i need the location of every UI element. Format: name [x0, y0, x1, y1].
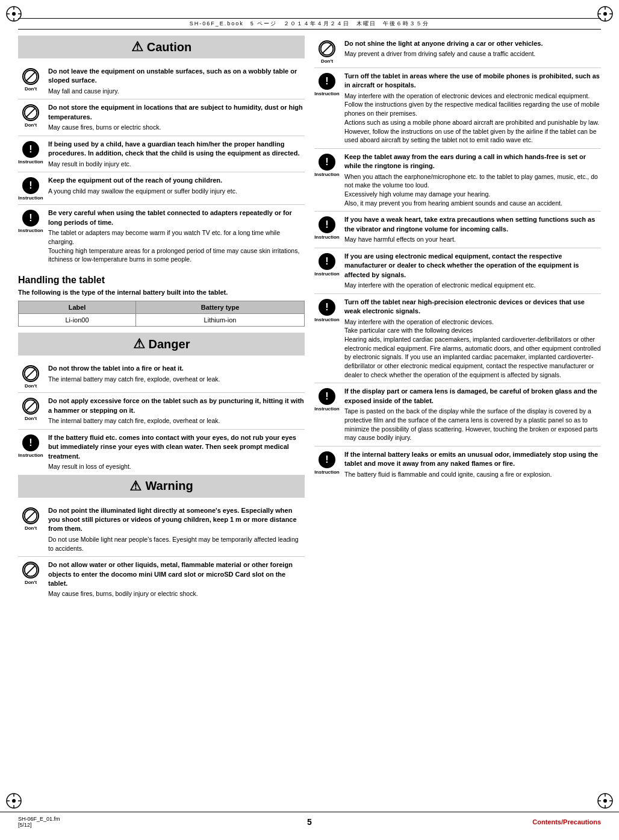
item-body: The battery fluid is flammable and could…: [344, 470, 601, 479]
item-title: If the display part or camera lens is da…: [344, 387, 601, 406]
icon-label: Instruction: [314, 469, 339, 475]
list-item: !InstructionIf you are using electronic …: [314, 248, 601, 294]
icon-column: !Instruction: [314, 215, 340, 240]
item-body: Do not use Mobile light near people's fa…: [48, 535, 305, 553]
icon-column: Don't: [18, 396, 43, 421]
svg-line-25: [26, 72, 35, 81]
left-column: ⚠ Caution Don'tDo not leave the equipmen…: [18, 36, 305, 602]
icon-column: Don't: [314, 39, 340, 64]
item-body: Tape is pasted on the back of the displa…: [344, 407, 601, 442]
icon-label: Don't: [25, 86, 37, 92]
icon-column: !Instruction: [18, 208, 43, 233]
danger-items-list: Don'tDo not throw the tablet into a fire…: [18, 360, 305, 474]
handling-section: Handling the tablet The following is the…: [18, 275, 305, 327]
svg-point-7: [603, 12, 607, 16]
item-title: Keep the tablet away from the ears durin…: [344, 152, 601, 171]
dont-icon: [22, 562, 39, 578]
icon-column: !Instruction: [314, 298, 340, 322]
svg-line-37: [322, 44, 331, 53]
bottom-left-text: SH-06F_E_01.fm[5/12]: [18, 816, 213, 828]
warning-warning-icon: ⚠: [129, 478, 142, 494]
icon-column: !Instruction: [314, 387, 340, 412]
item-content: Do not store the equipment in locations …: [48, 103, 305, 131]
icon-label: Instruction: [314, 271, 339, 277]
warning-title: Warning: [145, 479, 193, 493]
table-row: Lithium-ion: [136, 314, 305, 327]
item-title: Do not allow water or other liquids, met…: [48, 560, 305, 588]
instruction-icon: !: [22, 434, 39, 451]
item-content: If being used by a child, have a guardia…: [48, 140, 305, 168]
svg-line-33: [26, 511, 35, 520]
item-body: The tablet or adapters may become warm i…: [48, 228, 305, 264]
list-item: Don'tDo not apply excessive force on the…: [18, 393, 305, 429]
handling-desc: The following is the type of the interna…: [18, 288, 305, 297]
list-item: Don'tDo not allow water or other liquids…: [18, 557, 305, 602]
list-item: !InstructionIf being used by a child, ha…: [18, 136, 305, 172]
icon-column: !Instruction: [314, 450, 340, 475]
list-item: Don'tDo not leave the equipment on unsta…: [18, 63, 305, 99]
icon-label: Don't: [25, 416, 37, 421]
item-title: If you have a weak heart, take extra pre…: [344, 215, 601, 234]
list-item: !InstructionBe very careful when using t…: [18, 205, 305, 268]
item-body: May cause fires, burns or electric shock…: [48, 123, 305, 132]
list-item: !InstructionTurn off the tablet in areas…: [314, 68, 601, 149]
icon-column: Don't: [18, 506, 43, 531]
icon-label: Don't: [25, 580, 37, 585]
instruction-icon: !: [22, 177, 39, 194]
item-title: Be very careful when using the tablet co…: [48, 208, 305, 227]
icon-column: !Instruction: [18, 433, 43, 458]
dont-icon: [22, 398, 39, 415]
icon-label: Instruction: [314, 406, 339, 412]
instruction-icon: !: [319, 253, 335, 270]
danger-warning-icon: ⚠: [133, 336, 145, 352]
list-item: !InstructionKeep the equipment out of th…: [18, 172, 305, 205]
handling-title: Handling the tablet: [18, 275, 305, 286]
item-body: May interfere with the operation of elec…: [344, 92, 601, 145]
item-content: If you have a weak heart, take extra pre…: [344, 215, 601, 243]
caution-title: Caution: [147, 40, 191, 54]
icon-label: Don't: [25, 383, 37, 389]
item-body: May interfere with the operation of elec…: [344, 281, 601, 290]
item-body: May have harmful effects on your heart.: [344, 235, 601, 244]
item-body: May prevent a driver from driving safely…: [344, 49, 601, 58]
item-content: Do not allow water or other liquids, met…: [48, 560, 305, 598]
caution-items-list: Don'tDo not leave the equipment on unsta…: [18, 63, 305, 268]
item-title: Do not leave the equipment on unstable s…: [48, 67, 305, 86]
item-title: Do not shine the light at anyone driving…: [344, 39, 601, 48]
dont-icon: [22, 104, 39, 121]
caution-header: ⚠ Caution: [18, 36, 305, 58]
icon-label: Don't: [25, 525, 37, 531]
item-content: If the display part or camera lens is da…: [344, 387, 601, 442]
svg-line-35: [26, 565, 35, 574]
icon-column: !Instruction: [18, 140, 43, 165]
instruction-icon: !: [319, 154, 335, 171]
item-content: If you are using electronic medical equi…: [344, 252, 601, 290]
svg-line-27: [26, 108, 35, 118]
dont-icon: [22, 507, 39, 524]
svg-point-19: [603, 799, 607, 803]
battery-table-header-type: Battery type: [136, 301, 305, 314]
corner-decoration-br: [596, 792, 614, 810]
bottom-right-text: Contents/Precautions: [406, 818, 601, 826]
main-content: ⚠ Caution Don'tDo not leave the equipmen…: [18, 36, 601, 602]
item-title: If the internal battery leaks or emits a…: [344, 450, 601, 469]
svg-line-29: [26, 369, 35, 378]
icon-label: Instruction: [18, 453, 43, 458]
item-title: Do not apply excessive force on the tabl…: [48, 396, 305, 415]
bottom-bar: SH-06F_E_01.fm[5/12] 5 Contents/Precauti…: [0, 812, 619, 828]
icon-column: Don't: [18, 364, 43, 389]
item-content: Do not leave the equipment on unstable s…: [48, 67, 305, 95]
icon-label: Don't: [321, 58, 333, 64]
dont-icon: [22, 365, 39, 382]
instruction-icon: !: [319, 451, 335, 468]
top-bar: SH-06F_E.book 5 ページ ２０１４年４月２４日 木曜日 午後６時３…: [18, 18, 601, 30]
item-content: If the internal battery leaks or emits a…: [344, 450, 601, 478]
item-body: The internal battery may catch fire, exp…: [48, 416, 305, 425]
icon-label: Instruction: [18, 228, 43, 233]
item-body: May fall and cause injury.: [48, 87, 305, 96]
icon-label: Instruction: [18, 195, 43, 201]
instruction-icon: !: [319, 216, 335, 233]
instruction-icon: !: [22, 141, 39, 158]
item-content: If the battery fluid etc. comes into con…: [48, 433, 305, 471]
caution-warning-icon: ⚠: [131, 39, 143, 55]
